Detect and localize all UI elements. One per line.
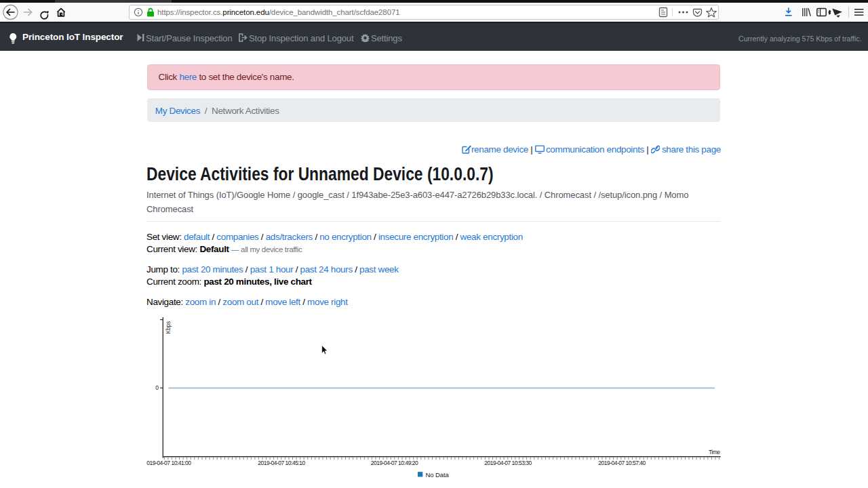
svg-text:2019-04-07 10:53:30: 2019-04-07 10:53:30 bbox=[484, 460, 532, 466]
svg-text:No Data: No Data bbox=[426, 471, 450, 479]
svg-text:019-04-07 10:41:00: 019-04-07 10:41:00 bbox=[146, 460, 191, 466]
svg-text:Kbps: Kbps bbox=[165, 321, 172, 334]
svg-text:Time: Time bbox=[709, 449, 720, 455]
svg-text:2019-04-07 10:49:20: 2019-04-07 10:49:20 bbox=[371, 460, 418, 466]
svg-text:2019-04-07 10:57:40: 2019-04-07 10:57:40 bbox=[598, 460, 646, 466]
svg-text:0: 0 bbox=[155, 384, 159, 391]
svg-text:2019-04-07 10:45:10: 2019-04-07 10:45:10 bbox=[258, 460, 305, 466]
